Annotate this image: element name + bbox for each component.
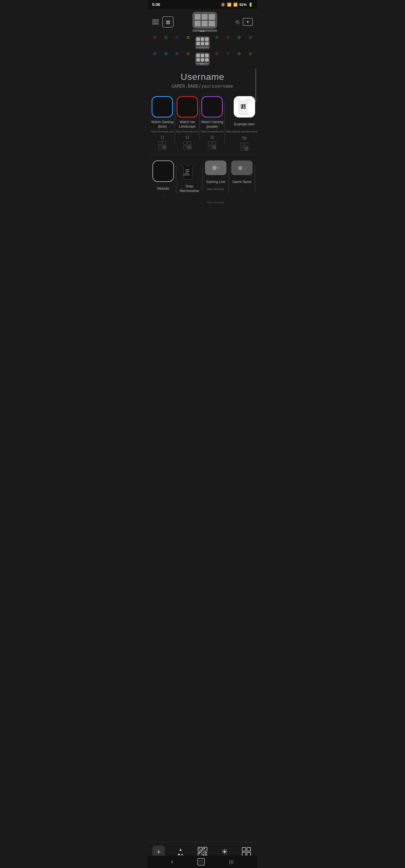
item-url-game: ...: [241, 188, 243, 191]
battery-icon: 🔋: [248, 3, 253, 7]
item-label-website: Website: [157, 184, 169, 194]
scrollbar: [255, 69, 256, 102]
username: Username: [150, 72, 255, 82]
item-url-4: https://gamer.band/item/example/: [226, 130, 257, 133]
username-section: Username GAMER.BAND/yourusername: [148, 67, 257, 91]
svg-rect-6: [244, 106, 245, 107]
top-bar: ▦ ⎋ ▼: [148, 9, 257, 35]
profile-bar: [192, 30, 217, 32]
partial-url-row: ... ... https://example ···: [148, 200, 257, 206]
download-button[interactable]: ▼: [243, 18, 253, 26]
qr-mini-2: [183, 142, 191, 149]
item-label-1: Watch Gaming (blue): [151, 120, 174, 129]
qr-mini-3: [208, 142, 216, 149]
dot-grid-row1: [148, 35, 257, 51]
item-label-2: Watch me Landscape: [176, 120, 199, 129]
qr-mini-1: [158, 142, 166, 149]
item-url-website: ...: [162, 194, 164, 198]
svg-rect-20: [205, 852, 207, 854]
item-url-3: https://example.com: [201, 130, 224, 133]
items-grid-2: Website ... GAMER .BAND /YOUR USERNAME S…: [148, 155, 257, 200]
svg-rect-8: [242, 106, 243, 107]
wifi-icon: 📶: [227, 3, 231, 7]
qr-button[interactable]: ▦: [162, 16, 174, 28]
item-icon-website: [152, 160, 174, 182]
battery-text: 92%: [239, 3, 247, 7]
menu-button[interactable]: [152, 20, 159, 24]
item-icon-blue: [152, 96, 173, 118]
recents-button[interactable]: |||: [229, 860, 234, 864]
item-icon-gaming: ⊕ ··: [205, 160, 226, 175]
status-bar: 5:06 🔇 📶 📶 92% 🔋: [148, 0, 257, 9]
svg-rect-25: [242, 847, 246, 851]
system-nav: ‹ □ |||: [148, 856, 257, 868]
item-label-3: Watch Gaming (purple): [201, 120, 224, 129]
item-gaming-link[interactable]: ⊕ ·· Gaming Link https://example: [202, 158, 229, 200]
home-button[interactable]: □: [197, 858, 205, 865]
items-divider: [150, 154, 255, 154]
profile-url: GAMER.BAND/yourusername: [150, 84, 255, 89]
item-icon-purple: [201, 96, 223, 118]
svg-rect-26: [247, 847, 251, 851]
back-button[interactable]: ‹: [171, 858, 173, 865]
qr-icon: ▦: [166, 19, 170, 25]
share-button[interactable]: ⎋: [236, 18, 239, 26]
item-watch-gaming-blue[interactable]: Watch Gaming (blue) https://example.com …: [150, 94, 175, 153]
status-time: 5:06: [152, 2, 160, 7]
partial-url-3: https://example: [202, 201, 229, 204]
partial-url-1: ...: [150, 201, 176, 204]
download-icon: ▼: [246, 20, 250, 24]
item-icon-tshirt: [234, 96, 255, 118]
profile-icon: [192, 12, 217, 32]
gamepad2-icon: ⊕ ·: [238, 164, 246, 171]
item-label-gaming: Gaming Link: [206, 177, 225, 187]
dot-grid-row2: [148, 51, 257, 67]
profile-grid: [192, 12, 217, 29]
item-watch-gaming-purple[interactable]: Watch Gaming (purple) https://example.co…: [200, 94, 225, 153]
gamepad-icon: ⊕ ··: [212, 164, 220, 172]
item-url-2: https://example.com: [176, 130, 199, 133]
link-icon-1: ⛓: [160, 135, 164, 140]
signal-icon: 📶: [233, 3, 238, 7]
items-grid: Watch Gaming (blue) https://example.com …: [148, 91, 257, 153]
qr-mini-4: [240, 143, 248, 151]
item-url-1: https://example.com: [151, 130, 174, 133]
link-icon-3: ⛓: [210, 135, 214, 140]
svg-rect-5: [243, 106, 244, 106]
link-icon-2: ⛓: [185, 135, 189, 140]
status-icons: 🔇 📶 📶 92% 🔋: [221, 3, 253, 7]
item-example-item[interactable]: Example Item https://gamer.band/item/exa…: [225, 94, 257, 153]
item-shop[interactable]: GAMER .BAND /YOUR USERNAME Shop Merchand…: [176, 158, 203, 200]
item-label-shop: Shop Merchandise: [177, 184, 202, 194]
item-game-name[interactable]: ⊕ · Game Name ...: [229, 158, 255, 200]
item-icon-game: ⊕ ·: [231, 160, 253, 175]
item-icon-red: [177, 96, 198, 118]
item-url-gaming: https://example: [207, 188, 224, 191]
item-icon-shop: GAMER .BAND /YOUR USERNAME: [179, 160, 200, 182]
svg-rect-7: [243, 107, 245, 107]
partial-url-4: ···: [229, 201, 255, 204]
item-label-4: Example Item: [234, 120, 255, 129]
svg-rect-2: [242, 105, 243, 106]
svg-text:USERNAME: USERNAME: [183, 174, 190, 176]
item-website[interactable]: Website ...: [150, 158, 176, 200]
item-url-shop: ...: [188, 194, 191, 198]
mute-icon: 🔇: [221, 3, 225, 7]
item-watch-me-landscape[interactable]: Watch me Landscape https://example.com ⛓: [175, 94, 200, 153]
partial-url-2: ...: [176, 201, 203, 204]
shop-icon-4: 🛍: [242, 135, 247, 141]
item-label-game: Game Name: [232, 177, 252, 187]
